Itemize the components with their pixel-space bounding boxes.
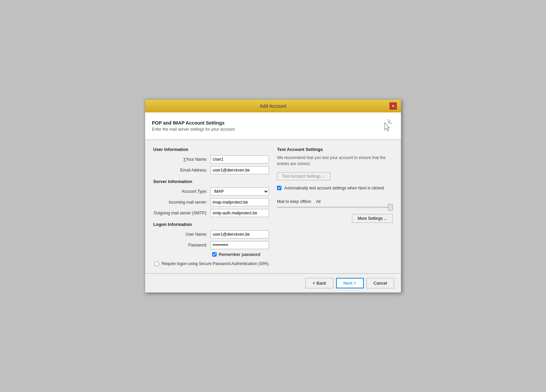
left-panel: User Information YYour Name: Email Addre… bbox=[153, 147, 269, 267]
account-type-wrapper: IMAP POP3 bbox=[211, 187, 269, 195]
password-input[interactable] bbox=[211, 241, 269, 249]
auto-test-checkbox[interactable] bbox=[277, 186, 281, 190]
incoming-server-input[interactable] bbox=[211, 198, 269, 206]
username-label: User Name: bbox=[153, 232, 211, 237]
test-account-settings-button[interactable]: Test Account Settings ... bbox=[277, 172, 330, 180]
your-name-input[interactable] bbox=[211, 155, 269, 163]
mail-offline-section: Mail to keep offline: All bbox=[277, 199, 393, 208]
wizard-icon-svg bbox=[378, 118, 394, 134]
footer: < Back Next > Cancel bbox=[145, 273, 401, 292]
spa-checkbox[interactable] bbox=[155, 262, 159, 266]
incoming-server-row: Incoming mail server: bbox=[153, 198, 269, 206]
dialog-title: Add Account bbox=[157, 103, 389, 109]
auto-test-row: Automatically test account settings when… bbox=[277, 185, 393, 191]
spa-row: Require logon using Secure Password Auth… bbox=[153, 261, 269, 267]
user-info-title: User Information bbox=[153, 147, 269, 152]
test-settings-desc: We recommend that you test your account … bbox=[277, 155, 393, 167]
mail-offline-slider-container bbox=[277, 207, 393, 208]
spa-label[interactable]: Require logon using Secure Password Auth… bbox=[162, 261, 269, 267]
account-type-select[interactable]: IMAP POP3 bbox=[211, 187, 269, 195]
header-section: POP and IMAP Account Settings Enter the … bbox=[145, 112, 401, 140]
back-button[interactable]: < Back bbox=[305, 278, 333, 288]
header-subtitle: Enter the mail server settings for your … bbox=[152, 127, 236, 132]
next-button[interactable]: Next > bbox=[336, 278, 364, 288]
incoming-label: Incoming mail server: bbox=[153, 200, 211, 205]
header-text: POP and IMAP Account Settings Enter the … bbox=[152, 120, 236, 132]
right-panel: Test Account Settings We recommend that … bbox=[277, 147, 393, 267]
title-bar: Add Account × bbox=[145, 100, 401, 112]
auto-test-label[interactable]: Automatically test account settings when… bbox=[284, 185, 384, 191]
account-type-label: Account Type: bbox=[153, 189, 211, 194]
svg-marker-3 bbox=[385, 123, 389, 131]
password-row: Password: bbox=[153, 241, 269, 249]
remember-password-row: Remember password bbox=[212, 252, 269, 257]
outgoing-server-row: Outgoing mail server (SMTP): bbox=[153, 209, 269, 217]
your-name-label: YYour Name: bbox=[153, 157, 211, 162]
account-type-row: Account Type: IMAP POP3 bbox=[153, 187, 269, 195]
add-account-dialog: Add Account × POP and IMAP Account Setti… bbox=[145, 99, 401, 293]
server-info-title: Server Information bbox=[153, 179, 269, 184]
email-input[interactable] bbox=[211, 166, 269, 174]
username-row: User Name: bbox=[153, 230, 269, 238]
outgoing-label: Outgoing mail server (SMTP): bbox=[153, 211, 211, 215]
more-settings-button[interactable]: More Settings ... bbox=[352, 214, 393, 223]
mail-offline-slider[interactable] bbox=[277, 207, 393, 208]
mail-offline-label: Mail to keep offline: All bbox=[277, 199, 393, 204]
email-label: Email Address: bbox=[153, 168, 211, 173]
email-row: Email Address: bbox=[153, 166, 269, 174]
svg-line-0 bbox=[388, 119, 389, 123]
test-settings-title: Test Account Settings bbox=[277, 147, 393, 152]
cancel-button[interactable]: Cancel bbox=[366, 278, 394, 288]
wizard-icon bbox=[378, 118, 394, 134]
mail-offline-value: All bbox=[316, 199, 321, 204]
password-label: Password: bbox=[153, 243, 211, 247]
logon-info-title: Logon Information bbox=[153, 222, 269, 227]
close-button[interactable]: × bbox=[389, 102, 397, 110]
content-area: User Information YYour Name: Email Addre… bbox=[145, 140, 401, 273]
header-title: POP and IMAP Account Settings bbox=[152, 120, 236, 126]
remember-password-checkbox[interactable] bbox=[212, 252, 217, 257]
your-name-row: YYour Name: bbox=[153, 155, 269, 163]
username-input[interactable] bbox=[211, 230, 269, 238]
remember-password-label[interactable]: Remember password bbox=[219, 252, 261, 257]
more-settings-row: More Settings ... bbox=[277, 214, 393, 223]
outgoing-server-input[interactable] bbox=[211, 209, 269, 217]
